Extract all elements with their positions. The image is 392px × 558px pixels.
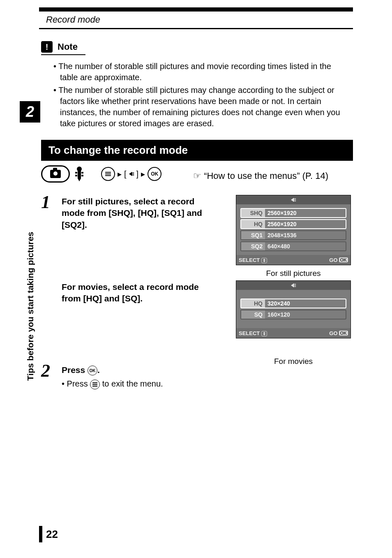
svg-rect-11 [92, 386, 97, 387]
lcd-footer: SELECT ⇕ GOOK [236, 328, 350, 338]
step-text: For movies, select a record mode from [H… [62, 279, 210, 305]
svg-rect-8 [105, 175, 111, 176]
svg-rect-9 [92, 382, 97, 383]
menu-button-icon [90, 380, 100, 389]
step-2: 2 Press OK. • Press to exit the menu. [41, 362, 353, 389]
note-bullets: The number of storable still pictures an… [53, 61, 351, 131]
lcd-row[interactable]: SQ2640×480 [240, 241, 346, 251]
section-heading: To change the record mode [41, 140, 353, 161]
step-number: 2 [41, 362, 53, 389]
lcd-body: HQ320×240 SQ160×120 [236, 290, 350, 328]
substep: • Press to exit the menu. [62, 378, 353, 389]
menu-button-icon [101, 167, 115, 181]
svg-rect-2 [75, 172, 77, 174]
lcd-header-icon [236, 281, 350, 290]
lcd-still: SHQ2560×1920 HQ2560×1920 SQ12048×1536 SQ… [236, 195, 351, 265]
lcd-caption: For still pictures [236, 269, 351, 278]
svg-rect-1 [78, 171, 81, 178]
ok-button-icon: OK [148, 167, 161, 181]
svg-rect-6 [105, 172, 111, 173]
bracket-open: [ [124, 169, 127, 179]
header-rule [39, 28, 353, 29]
note-underline [41, 54, 85, 55]
chapter-number: 2 [20, 101, 40, 123]
lcd-body: SHQ2560×1920 HQ2560×1920 SQ12048×1536 SQ… [236, 204, 350, 255]
camera-mode-icon [41, 165, 70, 183]
side-tab: 2 Tips before you start taking pictures [20, 101, 40, 348]
note-bullet: The number of storable still pictures ma… [53, 85, 351, 129]
mode-icon-row: ▸ [] ▸ OK [41, 165, 161, 183]
note-bullet: The number of storable still pictures an… [53, 61, 351, 83]
svg-rect-7 [105, 174, 111, 174]
note-label: Note [58, 42, 78, 52]
svg-rect-3 [75, 175, 77, 176]
arrow-icon: ▸ [118, 169, 122, 179]
running-header: Record mode [46, 14, 100, 25]
chapter-title: Tips before you start taking pictures [25, 232, 35, 381]
note-heading: ! Note [41, 41, 78, 53]
lcd-row[interactable]: SHQ2560×1920 [240, 208, 346, 218]
step-text: For still pictures, select a record mode… [62, 193, 210, 231]
header-divider [39, 7, 353, 12]
step-number: 1 [41, 193, 53, 231]
lcd-footer: SELECT ⇕ GOOK [236, 255, 350, 265]
arrow-icon: ▸ [141, 169, 145, 179]
movie-mode-icon [73, 166, 85, 182]
lcd-row[interactable]: HQ320×240 [240, 299, 346, 308]
svg-rect-4 [81, 172, 83, 174]
ok-button-icon: OK [88, 366, 97, 375]
page-accent [39, 526, 42, 542]
lcd-row[interactable]: HQ2560×1920 [240, 219, 346, 229]
step-text: Press OK. • Press to exit the menu. [62, 362, 353, 389]
menu-sequence: ▸ [] ▸ OK [101, 167, 161, 181]
step-number-spacer [41, 279, 53, 305]
bracket-close: ] [136, 169, 139, 179]
lcd-header-icon [236, 195, 350, 204]
svg-rect-10 [92, 384, 97, 385]
lcd-row[interactable]: SQ12048×1536 [240, 230, 346, 240]
svg-rect-5 [81, 175, 83, 176]
page-number: 22 [46, 528, 58, 541]
exclamation-icon: ! [41, 41, 53, 53]
quality-icon [129, 172, 134, 176]
lcd-movie: HQ320×240 SQ160×120 SELECT ⇕ GOOK [236, 280, 351, 338]
lcd-row[interactable]: SQ160×120 [240, 310, 346, 320]
svg-point-0 [77, 167, 82, 171]
see-also: ☞ “How to use the menus” (P. 14) [193, 171, 328, 181]
